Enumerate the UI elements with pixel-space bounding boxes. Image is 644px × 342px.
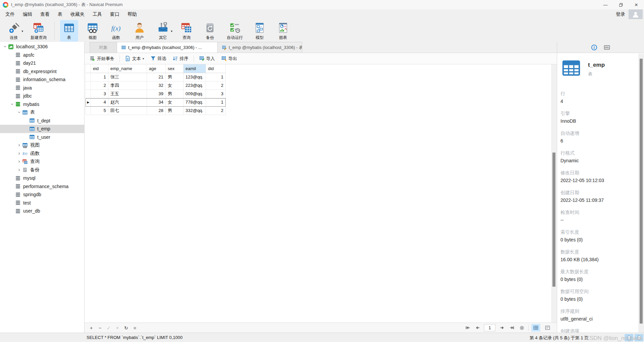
sidebar-item-mybatis[interactable]: mybatis	[0, 100, 84, 109]
cell-eid[interactable]: 3	[91, 90, 108, 98]
sidebar-item-apsfc[interactable]: apsfc	[0, 51, 84, 59]
user-button[interactable]: 用户	[130, 20, 149, 42]
panel-vertical-scrollbar[interactable]	[638, 54, 644, 333]
filter-button[interactable]: 筛选	[148, 54, 169, 63]
menu-item-1[interactable]: 编辑	[19, 9, 36, 19]
scrollbar-thumb[interactable]	[552, 153, 555, 287]
grid-view-button[interactable]	[531, 324, 540, 332]
chevron-down-icon[interactable]	[9, 101, 15, 107]
cell-eamil[interactable]: 332@qq.	[183, 107, 206, 115]
row-selector[interactable]: ▶	[86, 98, 91, 107]
text-button[interactable]: 文本▾	[122, 54, 147, 63]
dropdown-caret-icon[interactable]: ▾	[171, 30, 172, 33]
next-page-button[interactable]	[498, 325, 505, 331]
cell-sex[interactable]: 男	[166, 73, 183, 81]
cell-age[interactable]: 34	[147, 98, 166, 107]
grid-vertical-scrollbar[interactable]	[551, 64, 557, 323]
export-button[interactable]: 导出	[219, 54, 239, 63]
chart-button[interactable]: 图表	[274, 20, 292, 42]
cell-eamil[interactable]: 009@qq.	[183, 90, 206, 98]
login-button[interactable]: 登录	[616, 11, 625, 17]
dropdown-caret-icon[interactable]: ▾	[143, 57, 144, 60]
cell-eamil[interactable]: 778@qq.	[183, 98, 206, 107]
cell-did[interactable]: 2	[206, 107, 226, 115]
row-selector[interactable]	[86, 81, 91, 90]
column-header-eid[interactable]: eid	[91, 64, 108, 73]
info-tab-button[interactable]	[590, 43, 598, 51]
cell-age[interactable]: 39	[147, 90, 166, 98]
sidebar-item-springdb[interactable]: springdb	[0, 190, 84, 199]
cell-emp_name[interactable]: 张三	[108, 73, 147, 81]
sidebar-item-java[interactable]: java	[0, 84, 84, 92]
sidebar-item-tables[interactable]: 表	[0, 108, 84, 117]
menu-item-6[interactable]: 窗口	[106, 9, 123, 19]
import-button[interactable]: 导入	[197, 54, 217, 63]
menu-item-7[interactable]: 帮助	[123, 9, 141, 19]
cell-eid[interactable]: 2	[91, 81, 108, 90]
refresh-button[interactable]: ↻	[122, 325, 130, 331]
cell-sex[interactable]: 男	[166, 107, 183, 115]
scrollbar-thumb[interactable]	[640, 59, 643, 324]
cell-eamil[interactable]: 123@qq.	[183, 73, 206, 81]
sidebar-item-mysql[interactable]: mysql	[0, 174, 84, 182]
cell-emp_name[interactable]: 田七	[108, 107, 147, 115]
add-record-button[interactable]: +	[87, 325, 95, 331]
table-row[interactable]: 2李四32女223@qq.2	[86, 81, 226, 90]
discard-changes-button[interactable]: ×	[113, 325, 121, 331]
automation-button[interactable]: 自动运行	[224, 20, 245, 42]
table-button[interactable]: 表	[60, 20, 78, 42]
table-row[interactable]: 5田七28男332@qq.2	[86, 107, 226, 115]
sidebar-item-functions[interactable]: 函数	[0, 150, 84, 158]
table-row[interactable]: 1张三21男123@qq.1	[86, 73, 226, 81]
cell-sex[interactable]: 男	[166, 90, 183, 98]
cell-eid[interactable]: 1	[91, 73, 108, 81]
cell-eamil[interactable]: 223@qq.	[183, 81, 206, 90]
cell-sex[interactable]: 女	[166, 98, 183, 107]
chevron-right-icon[interactable]	[16, 151, 22, 157]
menu-item-5[interactable]: 工具	[89, 9, 106, 19]
cell-did[interactable]: 2	[206, 81, 226, 90]
cell-did[interactable]: 1	[206, 98, 226, 107]
table-row[interactable]: ▶4赵六34女778@qq.1	[86, 98, 226, 107]
others-button[interactable]: ▾其它	[154, 20, 172, 42]
menu-item-0[interactable]: 文件	[1, 9, 19, 19]
row-selector[interactable]	[86, 73, 91, 81]
column-header-did[interactable]: did	[206, 64, 226, 73]
cell-age[interactable]: 32	[147, 81, 166, 90]
menu-item-4[interactable]: 收藏夹	[66, 9, 89, 19]
menu-item-3[interactable]: 表	[54, 9, 66, 19]
stop-button[interactable]: ■	[131, 325, 139, 331]
new-query-button[interactable]: 新建查询	[28, 20, 49, 42]
cell-did[interactable]: 1	[206, 73, 226, 81]
sidebar-item-queries[interactable]: 查询	[0, 158, 84, 166]
page-number-input[interactable]	[484, 324, 495, 331]
chevron-down-icon[interactable]	[2, 44, 8, 50]
cell-sex[interactable]: 女	[166, 81, 183, 90]
first-record-button[interactable]	[464, 325, 471, 331]
view-button[interactable]: 视图	[84, 20, 102, 42]
sidebar-item-backups[interactable]: 备份	[0, 166, 84, 174]
sidebar-item-information-schema[interactable]: information_schema	[0, 75, 84, 84]
cell-eid[interactable]: 5	[91, 107, 108, 115]
sidebar-item-db-expressprint[interactable]: db_expressprint	[0, 67, 84, 76]
cell-age[interactable]: 21	[147, 73, 166, 81]
sidebar-item-performance-schema[interactable]: performance_schema	[0, 182, 84, 191]
close-button[interactable]: ✕	[629, 0, 644, 9]
sidebar-item-t-dept[interactable]: t_dept	[0, 117, 84, 125]
table-row[interactable]: 3王五39男009@qq.3	[86, 90, 226, 98]
sort-button[interactable]: 排序	[170, 54, 191, 63]
cell-eid[interactable]: 4	[91, 98, 108, 107]
sidebar-item-jdbc[interactable]: jdbc	[0, 92, 84, 100]
sidebar-item-localhost-3306[interactable]: localhost_3306	[0, 43, 84, 51]
chevron-right-icon[interactable]	[16, 167, 22, 173]
chevron-right-icon[interactable]	[16, 159, 22, 165]
model-button[interactable]: 模型	[251, 20, 269, 42]
chevron-down-icon[interactable]	[16, 109, 22, 115]
tab-table-data[interactable]: t_emp @mybatis (localhost_3306) - ...	[117, 42, 218, 53]
cell-did[interactable]: 3	[206, 90, 226, 98]
last-record-button[interactable]	[508, 325, 516, 331]
previous-page-button[interactable]	[474, 325, 481, 331]
chevron-right-icon[interactable]	[16, 142, 22, 148]
column-header-eamil[interactable]: eamil	[183, 64, 206, 73]
connection-button[interactable]: ▾连接	[5, 20, 23, 42]
